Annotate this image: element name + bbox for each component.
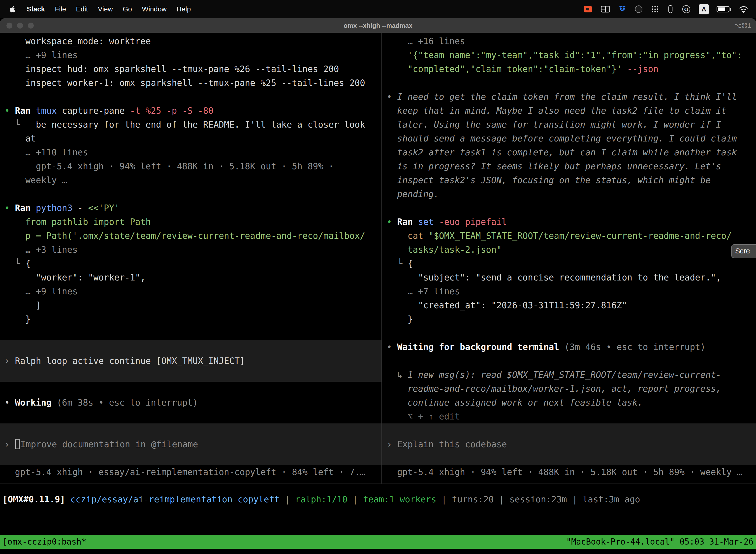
wifi-icon[interactable] <box>739 0 749 18</box>
terminal-line <box>0 451 381 465</box>
tmux-status-bar: [omx-cczip0:bash* "MacBook-Pro-44.local"… <box>0 535 756 549</box>
text-segment: | <box>494 494 509 504</box>
text-segment: ralph:1/10 <box>295 494 348 504</box>
apple-menu[interactable] <box>7 5 22 13</box>
menu-item-view[interactable]: View <box>93 5 118 13</box>
text-segment: … +7 lines <box>387 286 460 296</box>
menu-item-window[interactable]: Window <box>137 5 172 13</box>
text-cursor <box>15 439 19 449</box>
terminal-line <box>382 451 756 465</box>
text-segment: … +16 lines <box>387 36 465 46</box>
prompt-input[interactable]: › Improve documentation in @filename <box>0 437 381 451</box>
close-button[interactable] <box>6 22 12 29</box>
text-segment: … +3 lines <box>4 245 78 255</box>
text-segment: cczip/essay/ai-reimplementation-copyleft <box>70 494 279 504</box>
terminal-line: ⌥ + ↑ edit <box>387 409 756 424</box>
terminal-line: gpt-5.4 xhigh · essay/ai-reimplementatio… <box>4 465 381 479</box>
dropbox-icon[interactable] <box>618 0 627 18</box>
screen-capture-toast[interactable]: Scre <box>731 244 756 258</box>
text-segment: | <box>567 494 583 504</box>
text-segment: session:23m <box>509 494 567 504</box>
text-segment: tasks/task-2.json" <box>387 245 502 255</box>
text-segment: tmux <box>36 106 62 116</box>
terminal-line: • Waiting for background terminal (3m 46… <box>387 340 756 354</box>
text-segment: '{"team_name":"my-team","task_id":"1","f… <box>387 50 742 60</box>
terminal-line: • I need to get the claim token from the… <box>387 90 756 104</box>
text-segment: ⌥ + ↑ edit <box>387 411 460 422</box>
text-segment: └ <box>4 259 25 269</box>
window-title: omx --xhigh --madmax <box>343 22 412 30</box>
text-segment: Explain this codebase <box>397 439 507 449</box>
text-segment: weekly … <box>4 175 67 185</box>
text-segment: | <box>436 494 452 504</box>
terminal-line: … +9 lines <box>4 284 381 298</box>
input-source-icon[interactable]: A <box>699 0 709 18</box>
text-segment: • <box>387 92 397 102</box>
text-segment: | <box>348 494 363 504</box>
menu-item-go[interactable]: Go <box>118 5 137 13</box>
terminal-line: "subject": "send a concise recommendatio… <box>387 271 756 284</box>
menu-item-file[interactable]: File <box>50 5 71 13</box>
text-segment: continue assigned work or next feasible … <box>387 398 643 407</box>
menu-item-help[interactable]: Help <box>172 5 196 13</box>
text-segment: at <box>4 133 36 144</box>
text-segment: is in progress? It seems likely but perh… <box>387 161 721 171</box>
terminal-line <box>0 340 381 354</box>
terminal-line <box>387 201 756 215</box>
text-segment: } <box>387 314 413 324</box>
menu-item-edit[interactable]: Edit <box>71 5 93 13</box>
text-segment: task2 after task1 is complete, but can I… <box>387 148 737 157</box>
terminal-content: workspace_mode: worktree … +9 lines insp… <box>0 33 756 554</box>
window-tiling-icon[interactable] <box>601 0 611 18</box>
terminal-line: weekly … <box>4 173 381 187</box>
text-segment: capture-pane <box>62 106 130 116</box>
sidecar-pill-icon[interactable] <box>667 0 674 18</box>
battery-percent-gauge-icon[interactable]: 61 <box>681 0 691 18</box>
terminal-line: └ be necessary for the end of the README… <box>4 118 381 131</box>
terminal-line <box>387 354 756 368</box>
text-segment: readme-and-reco/mailbox/worker-1.json, a… <box>387 384 721 394</box>
terminal-pane-left[interactable]: workspace_mode: worktree … +9 lines insp… <box>0 33 381 484</box>
terminal-line: pending. <box>387 187 756 201</box>
dots-grid-icon[interactable] <box>650 0 659 18</box>
menu-items: FileEditViewGoWindowHelp <box>50 5 196 13</box>
dark-app-icon[interactable] <box>634 0 643 18</box>
terminal-line: └ { <box>4 257 381 271</box>
terminal-window: omx --xhigh --madmax ⌥⌘1 workspace_mode:… <box>0 18 756 554</box>
prompt-input[interactable]: › Explain this codebase <box>382 437 756 451</box>
zoom-button[interactable] <box>28 22 34 29</box>
active-app-name[interactable]: Slack <box>22 5 50 13</box>
text-segment: … +110 lines <box>4 148 88 157</box>
terminal-line: inspect_hud: omx sparkshell --tmux-pane … <box>4 62 381 76</box>
text-segment: "subject": "send a concise recommendatio… <box>387 273 721 282</box>
terminal-line: … +110 lines <box>4 146 381 159</box>
terminal-pane-right[interactable]: … +16 lines '{"team_name":"my-team","tas… <box>382 33 756 484</box>
window-titlebar[interactable]: omx --xhigh --madmax ⌥⌘1 <box>0 18 756 33</box>
terminal-line: • Ran tmux capture-pane -t %25 -p -S -80 <box>4 104 381 118</box>
terminal-line <box>387 326 756 340</box>
minimize-button[interactable] <box>17 22 23 29</box>
battery-icon[interactable] <box>716 0 731 18</box>
terminal-line <box>0 424 381 437</box>
terminal-line: • Ran python3 - <<'PY' <box>4 201 381 215</box>
text-segment: Improve documentation in @filename <box>20 439 198 449</box>
terminal-line <box>4 382 381 396</box>
text-segment: gpt-5.4 xhigh · 94% left · 488K in · 5.1… <box>4 161 334 171</box>
tmux-session-info: [omx-cczip0:bash* <box>2 535 86 549</box>
terminal-line: readme-and-reco/mailbox/worker-1.json, a… <box>387 382 756 396</box>
text-segment: python3 <box>36 203 78 213</box>
terminal-line: keep that in mind. Maybe I also need the… <box>387 104 756 118</box>
text-segment: team:1 workers <box>363 494 436 504</box>
terminal-line: continue assigned work or next feasible … <box>387 396 756 409</box>
traffic-lights <box>6 18 34 33</box>
text-segment: [OMX#0.11.9] <box>2 494 65 504</box>
terminal-line: gpt-5.4 xhigh · 94% left · 488K in · 5.1… <box>4 159 381 173</box>
text-segment: inspect_worker-1: omx sparkshell --tmux-… <box>4 78 365 88</box>
screen-recording-indicator-icon[interactable] <box>583 0 593 18</box>
text-segment: 1 new msg(s): read $OMX_TEAM_STATE_ROOT/… <box>407 370 721 380</box>
terminal-line: ] <box>4 298 381 312</box>
text-segment: cat <box>407 231 428 241</box>
screen-capture-toast-label: Scre <box>735 247 750 255</box>
terminal-line: '{"team_name":"my-team","task_id":"1","f… <box>387 48 756 62</box>
window-shortcut-hint: ⌥⌘1 <box>734 22 751 29</box>
